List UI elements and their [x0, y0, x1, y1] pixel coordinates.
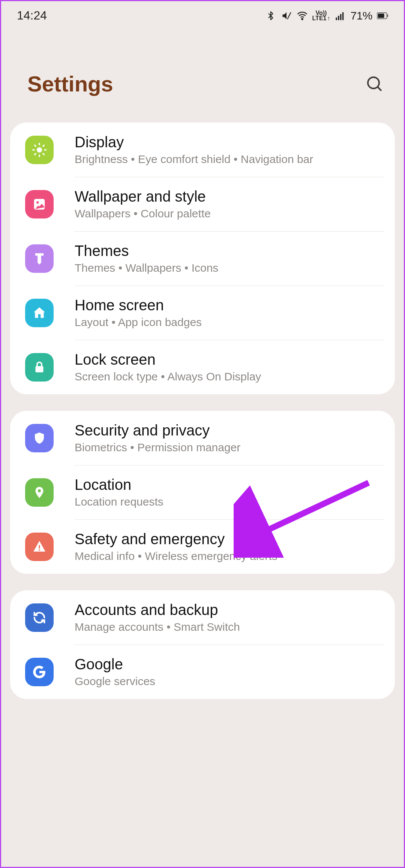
row-title: Themes [75, 242, 218, 259]
row-subtitle: Manage accounts • Smart Switch [75, 621, 240, 633]
row-subtitle: Screen lock type • Always On Display [75, 370, 261, 383]
svg-rect-3 [338, 16, 340, 20]
row-display[interactable]: Display Brightness • Eye comfort shield … [10, 123, 395, 177]
wifi-icon [297, 10, 308, 21]
mute-icon [281, 10, 292, 21]
bluetooth-icon [265, 10, 276, 21]
row-subtitle: Themes • Wallpapers • Icons [75, 262, 218, 274]
row-themes[interactable]: Themes Themes • Wallpapers • Icons [10, 231, 395, 286]
row-subtitle: Medical info • Wireless emergency alerts [75, 550, 278, 563]
svg-rect-22 [36, 366, 44, 373]
row-security-privacy[interactable]: Security and privacy Biometrics • Permis… [10, 411, 395, 465]
themes-icon [25, 244, 54, 273]
svg-rect-7 [378, 13, 384, 18]
search-icon [366, 75, 384, 93]
row-title: Google [75, 656, 155, 673]
svg-point-11 [37, 147, 42, 153]
svg-point-1 [302, 18, 303, 19]
svg-rect-25 [39, 549, 40, 551]
svg-point-21 [36, 201, 39, 204]
svg-rect-2 [336, 17, 338, 20]
svg-line-10 [378, 87, 381, 91]
svg-point-9 [368, 77, 379, 88]
settings-group-display: Display Brightness • Eye comfort shield … [10, 123, 395, 394]
row-title: Home screen [75, 297, 202, 314]
google-icon [25, 658, 54, 686]
svg-point-23 [38, 489, 41, 492]
row-title: Lock screen [75, 351, 261, 368]
row-title: Display [75, 134, 313, 151]
svg-rect-24 [39, 545, 40, 549]
row-subtitle: Google services [75, 675, 155, 688]
battery-icon [377, 10, 388, 21]
volte-icon: Vo)) LTE1↑ [312, 10, 330, 21]
status-bar: 14:24 Vo)) LTE1↑ 71% [1, 1, 404, 26]
display-icon [25, 136, 54, 164]
svg-line-18 [35, 153, 36, 154]
svg-rect-8 [387, 14, 388, 17]
wallpaper-icon [25, 190, 54, 218]
row-location[interactable]: Location Location requests [10, 465, 395, 519]
row-subtitle: Layout • App icon badges [75, 316, 202, 329]
page-header: Settings [1, 26, 404, 123]
svg-line-0 [287, 12, 291, 19]
location-icon [25, 478, 54, 507]
row-wallpaper[interactable]: Wallpaper and style Wallpapers • Colour … [10, 177, 395, 231]
row-title: Security and privacy [75, 422, 240, 439]
svg-line-17 [43, 153, 44, 154]
svg-rect-4 [340, 14, 342, 20]
row-subtitle: Wallpapers • Colour palette [75, 207, 211, 220]
home-icon [25, 299, 54, 327]
settings-group-security: Security and privacy Biometrics • Permis… [10, 411, 395, 574]
status-icons: Vo)) LTE1↑ 71% [265, 9, 388, 22]
sync-icon [25, 603, 54, 632]
row-home-screen[interactable]: Home screen Layout • App icon badges [10, 286, 395, 340]
row-subtitle: Biometrics • Permission manager [75, 441, 240, 454]
row-accounts-backup[interactable]: Accounts and backup Manage accounts • Sm… [10, 590, 395, 645]
svg-line-19 [43, 145, 44, 146]
battery-percent: 71% [350, 9, 372, 22]
page-title: Settings [27, 71, 113, 96]
search-button[interactable] [364, 73, 385, 94]
row-title: Accounts and backup [75, 602, 240, 618]
row-title: Wallpaper and style [75, 188, 211, 205]
svg-rect-5 [342, 12, 344, 20]
safety-icon [25, 533, 54, 561]
lock-icon [25, 353, 54, 382]
row-title: Location [75, 476, 164, 493]
shield-icon [25, 424, 54, 452]
status-time: 14:24 [17, 9, 47, 22]
svg-line-16 [35, 145, 36, 146]
row-safety-emergency[interactable]: Safety and emergency Medical info • Wire… [10, 519, 395, 574]
row-title: Safety and emergency [75, 531, 278, 548]
row-google[interactable]: Google Google services [10, 645, 395, 699]
row-subtitle: Location requests [75, 495, 164, 508]
row-lock-screen[interactable]: Lock screen Screen lock type • Always On… [10, 340, 395, 394]
signal-icon [334, 10, 346, 21]
row-subtitle: Brightness • Eye comfort shield • Naviga… [75, 153, 313, 166]
settings-group-accounts: Accounts and backup Manage accounts • Sm… [10, 590, 395, 699]
